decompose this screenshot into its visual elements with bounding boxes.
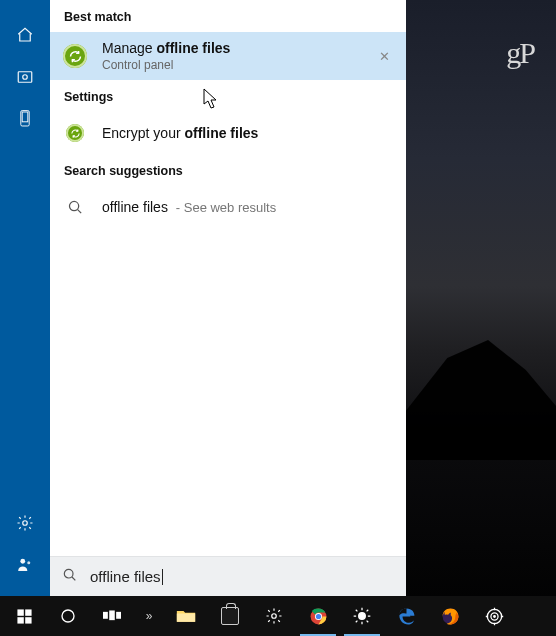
svg-point-8: [64, 569, 73, 578]
result-title: offline files - See web results: [102, 199, 276, 215]
svg-rect-16: [116, 612, 121, 619]
watermark-logo: gP: [506, 36, 534, 70]
result-query: offline files: [102, 199, 168, 215]
result-title: Manage offline files: [102, 40, 230, 56]
start-button[interactable]: [2, 596, 46, 636]
store-button[interactable]: [208, 596, 252, 636]
svg-point-21: [315, 613, 320, 618]
task-view-button[interactable]: [90, 596, 134, 636]
result-encrypt-offline-files[interactable]: Encrypt your offline files: [50, 112, 406, 154]
result-hint: - See web results: [176, 200, 276, 215]
svg-point-7: [69, 201, 78, 210]
search-icon: [62, 567, 78, 587]
result-title: Encrypt your offline files: [102, 125, 258, 141]
sync-icon: [62, 120, 88, 146]
result-web-search[interactable]: offline files - See web results: [50, 186, 406, 228]
svg-rect-15: [109, 610, 115, 620]
photo-icon[interactable]: [0, 56, 50, 98]
result-title-bold: offline files: [184, 125, 258, 141]
svg-rect-0: [18, 72, 32, 83]
search-icon: [62, 194, 88, 220]
settings-button[interactable]: [252, 596, 296, 636]
start-sidebar: [0, 0, 50, 596]
svg-point-18: [272, 614, 277, 619]
wallpaper-hill: [405, 340, 556, 460]
home-icon[interactable]: [0, 14, 50, 56]
target-app-button[interactable]: [472, 596, 516, 636]
svg-rect-12: [25, 617, 31, 623]
firefox-button[interactable]: [428, 596, 472, 636]
svg-point-13: [62, 610, 74, 622]
svg-point-6: [27, 561, 30, 564]
svg-rect-17: [177, 614, 195, 622]
result-title-prefix: Encrypt your: [102, 125, 184, 141]
group-best-match: Best match: [50, 0, 406, 32]
group-settings: Settings: [50, 80, 406, 112]
file-explorer-button[interactable]: [164, 596, 208, 636]
close-icon[interactable]: ✕: [379, 49, 390, 64]
text-caret: [162, 569, 163, 585]
device-icon[interactable]: [0, 98, 50, 140]
taskbar-overflow-icon[interactable]: »: [134, 596, 164, 636]
search-input[interactable]: offline files: [50, 556, 406, 596]
svg-rect-3: [22, 112, 28, 122]
chrome-button[interactable]: [296, 596, 340, 636]
result-subtitle: Control panel: [102, 58, 230, 72]
sync-icon: [62, 43, 88, 69]
settings-gear-icon[interactable]: [0, 502, 50, 544]
svg-point-22: [359, 613, 366, 620]
svg-point-26: [493, 615, 495, 617]
edge-button[interactable]: [384, 596, 428, 636]
group-search-suggestions: Search suggestions: [50, 154, 406, 186]
result-title-prefix: Manage: [102, 40, 156, 56]
result-title-bold: offline files: [156, 40, 230, 56]
user-icon[interactable]: [0, 544, 50, 586]
cortana-button[interactable]: [46, 596, 90, 636]
svg-point-4: [23, 521, 28, 526]
svg-rect-10: [25, 609, 31, 615]
result-manage-offline-files[interactable]: Manage offline files Control panel ✕: [50, 32, 406, 80]
taskbar: »: [0, 596, 556, 636]
svg-point-1: [23, 75, 28, 80]
search-value: offline files: [90, 568, 161, 585]
svg-rect-14: [103, 612, 108, 619]
svg-rect-11: [17, 617, 23, 623]
brightness-button[interactable]: [340, 596, 384, 636]
search-panel: Best match Manage offline files Control …: [50, 0, 406, 596]
svg-rect-9: [17, 609, 23, 615]
svg-point-5: [20, 559, 25, 564]
